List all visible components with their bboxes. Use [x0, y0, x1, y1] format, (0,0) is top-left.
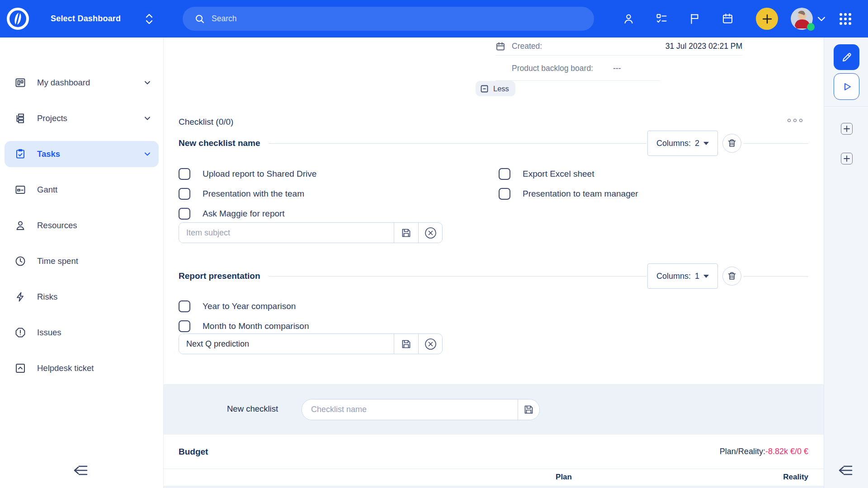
- app-logo-icon[interactable]: [7, 8, 29, 30]
- search-input[interactable]: [212, 14, 528, 23]
- edit-button[interactable]: [834, 44, 859, 70]
- checklist-item-label: Presentation with the team: [203, 189, 304, 199]
- sidebar-item-tasks[interactable]: Tasks: [5, 141, 159, 167]
- checklist-item[interactable]: Presentation to team manager: [499, 184, 638, 204]
- unfold-icon: [144, 13, 154, 25]
- checklist-item-label: Presentation to team manager: [523, 189, 638, 199]
- save-item-button[interactable]: [394, 334, 418, 354]
- add-widget-button[interactable]: [841, 153, 853, 164]
- sidebar-item-label: Risks: [37, 292, 151, 302]
- cancel-item-button[interactable]: [418, 334, 442, 354]
- checklist-group-header: Report presentation Columns: 1: [179, 263, 808, 289]
- less-button[interactable]: Less: [476, 81, 515, 96]
- checklist-item[interactable]: Ask Maggie for report: [179, 204, 316, 224]
- tasklist-icon[interactable]: [656, 13, 668, 25]
- projects-icon: [14, 113, 26, 124]
- search-icon: [194, 14, 205, 24]
- checkbox[interactable]: [179, 208, 190, 220]
- sidebar-item-resources[interactable]: Resources: [5, 212, 159, 239]
- checklist-item[interactable]: Export Excel sheet: [499, 164, 638, 184]
- sidebar-item-time-spent[interactable]: Time spent: [5, 248, 159, 274]
- plus-icon: [844, 126, 850, 132]
- sidebar-item-label: My dashboard: [37, 78, 144, 88]
- cancel-item-button[interactable]: [418, 223, 442, 243]
- divider: [269, 276, 646, 277]
- online-status-dot: [807, 23, 815, 31]
- columns-label: Columns:: [656, 272, 691, 281]
- save-icon: [401, 338, 412, 350]
- checklist-items-left: Year to Year comparison Month to Month c…: [179, 296, 309, 336]
- checklist-item-label: Ask Maggie for report: [203, 209, 285, 219]
- collapse-minus-icon: [480, 84, 489, 93]
- chevron-down-icon: [144, 115, 151, 122]
- search-bar[interactable]: [183, 7, 594, 31]
- divider: [269, 143, 646, 144]
- chevron-down-icon: [144, 79, 151, 86]
- divider: [744, 276, 808, 277]
- dashboard-selector-label: Select Dashboard: [51, 14, 121, 23]
- play-icon: [841, 81, 853, 93]
- item-subject-input[interactable]: [179, 334, 394, 354]
- created-label: Created:: [512, 42, 542, 51]
- chevron-down-icon: [144, 150, 151, 158]
- checkbox[interactable]: [179, 188, 190, 200]
- checklist-item[interactable]: Year to Year comparison: [179, 296, 309, 316]
- checklist-item[interactable]: Upload report to Shared Drive: [179, 164, 316, 184]
- less-label: Less: [493, 84, 509, 93]
- start-timer-button[interactable]: [834, 73, 859, 100]
- clock-icon: [14, 255, 26, 267]
- created-row: Created: 31 Jul 2023 02:21 PM: [495, 38, 742, 56]
- save-checklist-button[interactable]: [518, 399, 539, 420]
- columns-select[interactable]: Columns: 2: [647, 131, 718, 156]
- sidebar-item-gantt[interactable]: Gantt: [5, 177, 159, 203]
- checklist-group-header: New checklist name Columns: 2: [179, 130, 808, 156]
- flag-icon[interactable]: [689, 13, 701, 25]
- collapse-panel-icon[interactable]: [838, 463, 855, 478]
- checklist-name-input[interactable]: [302, 399, 518, 420]
- checkbox[interactable]: [179, 300, 190, 312]
- sidebar-item-projects[interactable]: Projects: [5, 105, 159, 131]
- caret-down-icon: [703, 275, 709, 278]
- add-button[interactable]: [756, 8, 778, 30]
- sidebar-item-label: Tasks: [37, 149, 144, 159]
- caret-down-icon: [703, 142, 709, 145]
- checkbox[interactable]: [179, 320, 190, 332]
- checkbox[interactable]: [179, 168, 190, 180]
- helpdesk-icon: [14, 362, 26, 374]
- task-details: Created: 31 Jul 2023 02:21 PM Product ba…: [495, 38, 742, 81]
- checkbox[interactable]: [499, 188, 510, 200]
- sidebar-item-risks[interactable]: Risks: [5, 284, 159, 310]
- item-subject-input[interactable]: [179, 223, 394, 243]
- checklist-item[interactable]: Presentation with the team: [179, 184, 316, 204]
- collapse-sidebar-icon[interactable]: [73, 463, 90, 478]
- delete-checklist-button[interactable]: [722, 134, 741, 153]
- chevron-down-icon[interactable]: [817, 16, 826, 22]
- sidebar-item-label: Issues: [37, 328, 151, 338]
- calendar-icon[interactable]: [722, 13, 734, 25]
- save-item-button[interactable]: [394, 223, 418, 243]
- trash-icon: [727, 271, 737, 281]
- apps-grid-icon[interactable]: [838, 11, 853, 27]
- divider: [824, 106, 868, 107]
- checkbox[interactable]: [499, 168, 510, 180]
- created-value: 31 Jul 2023 02:21 PM: [665, 42, 742, 51]
- topbar: Select Dashboard: [0, 0, 868, 38]
- sidebar-item-issues[interactable]: Issues: [5, 319, 159, 346]
- columns-select[interactable]: Columns: 1: [647, 263, 718, 289]
- more-options-button[interactable]: [788, 119, 802, 122]
- user-icon: [14, 220, 26, 231]
- dashboard-icon: [14, 77, 26, 89]
- delete-checklist-button[interactable]: [722, 267, 741, 286]
- sidebar-item-my-dashboard[interactable]: My dashboard: [5, 70, 159, 96]
- calendar-icon: [495, 42, 505, 52]
- dashboard-selector[interactable]: Select Dashboard: [51, 0, 154, 38]
- new-checklist-label: New checklist: [227, 404, 278, 414]
- add-widget-button[interactable]: [841, 123, 853, 135]
- sidebar-item-helpdesk-ticket[interactable]: Helpdesk ticket: [5, 355, 159, 381]
- gantt-icon: [14, 184, 26, 196]
- sidebar-item-label: Resources: [37, 221, 151, 230]
- user-avatar[interactable]: [791, 8, 813, 30]
- user-icon[interactable]: [623, 13, 635, 25]
- trash-icon: [727, 138, 737, 148]
- columns-label: Columns:: [656, 139, 691, 148]
